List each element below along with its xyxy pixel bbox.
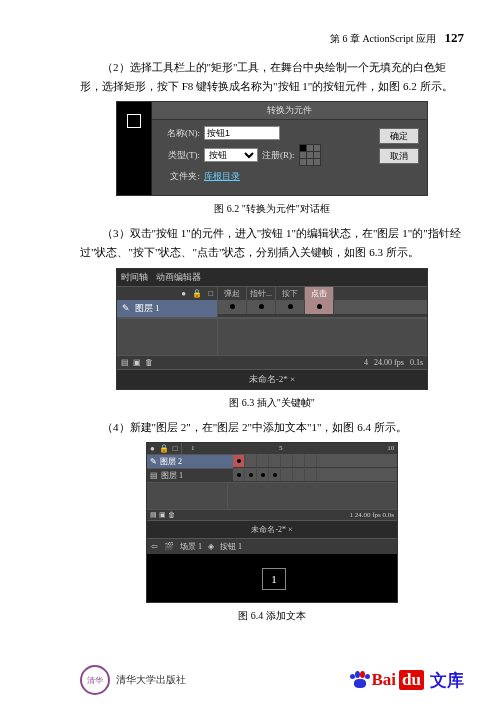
frame-num-5: 5 xyxy=(270,444,292,452)
layer-2-label: 图层 2 xyxy=(160,456,182,467)
crumb-scene[interactable]: 场景 1 xyxy=(180,541,202,552)
tab-timeline[interactable]: 时间轴 xyxy=(121,271,148,284)
page-footer: 清华 清华大学出版社 Baidu 文库 xyxy=(0,655,504,713)
text-object-1[interactable]: 1 xyxy=(262,568,286,590)
frame-num-10: 10 xyxy=(380,444,402,452)
document-tab[interactable]: 未命名-2* × xyxy=(251,525,292,534)
figure-6-4: ● 🔒 □ 1 5 10 ✎图层 2 xyxy=(80,442,464,603)
frame-indicator: 4 xyxy=(364,358,368,367)
folder-label: 文件夹: xyxy=(160,170,200,183)
outline-icon[interactable]: □ xyxy=(208,289,213,298)
figure-6-4-caption: 图 6.4 添加文本 xyxy=(80,609,464,623)
layer-1-label: 图层 1 xyxy=(161,470,183,481)
timeline-panel-64: ● 🔒 □ 1 5 10 ✎图层 2 xyxy=(147,443,397,520)
paragraph-4: （4）新建"图层 2"，在"图层 2"中添加文本"1"，如图 6.4 所示。 xyxy=(80,418,464,437)
layer-2-row[interactable]: ✎图层 2 xyxy=(147,455,397,469)
layer2-frame-1[interactable] xyxy=(233,455,245,467)
figure-6-3: 时间轴 动画编辑器 ● 🔒 □ ✎ 图层 1 xyxy=(80,268,464,390)
new-layer-icon[interactable]: ▤ xyxy=(150,511,157,519)
publisher-logo: 清华 清华大学出版社 xyxy=(80,665,186,695)
delete-layer-icon[interactable]: 🗑 xyxy=(145,358,153,367)
layer1-kf-3[interactable] xyxy=(257,469,269,481)
crumb-button[interactable]: 按钮 1 xyxy=(220,541,242,552)
pen-icon: ✎ xyxy=(150,457,157,466)
state-hit[interactable]: 点击 xyxy=(305,287,334,300)
keyframe-down[interactable] xyxy=(276,300,305,314)
layer1-kf-4[interactable] xyxy=(269,469,281,481)
stage-area[interactable]: 1 xyxy=(147,554,397,602)
outline-icon[interactable]: □ xyxy=(173,444,178,453)
paragraph-3: （3）双击"按钮 1"的元件，进入"按钮 1"的编辑状态，在"图层 1"的"指针… xyxy=(80,224,464,261)
time-indicator: 0.1s xyxy=(410,358,423,367)
state-down[interactable]: 按下 xyxy=(276,287,305,300)
baidu-wenku-logo: Baidu 文库 xyxy=(349,669,464,692)
name-input[interactable] xyxy=(204,126,280,140)
baidu-du: du xyxy=(399,670,424,690)
page-number: 127 xyxy=(445,30,465,45)
publisher-seal-icon: 清华 xyxy=(80,665,110,695)
time-indicator: 0.0s xyxy=(383,511,394,519)
baidu-wenku: 文库 xyxy=(430,669,464,692)
layer1-kf-2[interactable] xyxy=(245,469,257,481)
registration-label: 注册(R): xyxy=(262,149,295,162)
layer-1-row[interactable]: ✎ 图层 1 xyxy=(117,300,217,317)
baidu-bai: Bai xyxy=(372,670,397,690)
baidu-paw-icon xyxy=(349,671,369,689)
dialog-preview xyxy=(117,102,152,195)
figure-6-3-caption: 图 6.3 插入"关键帧" xyxy=(80,396,464,410)
type-label: 类型(T): xyxy=(160,149,200,162)
name-label: 名称(N): xyxy=(160,127,200,140)
paragraph-2: （2）选择工具栏上的"矩形"工具，在舞台中央绘制一个无填充的白色矩形，选择矩形，… xyxy=(80,58,464,95)
document-tab[interactable]: 未命名-2* × xyxy=(249,374,295,384)
registration-grid[interactable] xyxy=(299,144,321,166)
back-arrow-icon[interactable]: ⇦ xyxy=(151,542,158,551)
figure-6-2: 转换为元件 名称(N): 类型(T): 按钮 注册(R): xyxy=(80,101,464,196)
layer-icon: ▤ xyxy=(150,471,158,480)
keyframe-up[interactable] xyxy=(218,300,247,314)
cancel-button[interactable]: 取消 xyxy=(379,148,419,164)
chapter-label: 第 6 章 ActionScript 应用 xyxy=(330,33,436,44)
ok-button[interactable]: 确定 xyxy=(379,128,419,144)
symbol-icon: ◈ xyxy=(208,542,214,551)
keyframe-over[interactable] xyxy=(247,300,276,314)
layer-1-row[interactable]: ▤图层 1 xyxy=(147,469,397,483)
folder-link[interactable]: 库根目录 xyxy=(204,170,240,183)
lock-icon[interactable]: 🔒 xyxy=(192,289,202,298)
figure-6-2-caption: 图 6.2 "转换为元件"对话框 xyxy=(80,202,464,216)
publisher-name: 清华大学出版社 xyxy=(116,673,186,687)
delete-layer-icon[interactable]: 🗑 xyxy=(168,511,175,519)
type-select[interactable]: 按钮 xyxy=(204,148,258,162)
new-folder-icon[interactable]: ▣ xyxy=(133,358,141,367)
pen-icon: ✎ xyxy=(121,303,131,313)
layer1-kf-1[interactable] xyxy=(233,469,245,481)
dialog-title: 转换为元件 xyxy=(152,102,427,120)
tab-motion-editor[interactable]: 动画编辑器 xyxy=(156,271,201,284)
timeline-panel: 时间轴 动画编辑器 ● 🔒 □ ✎ 图层 1 xyxy=(116,268,428,390)
frame-num-1: 1 xyxy=(182,444,204,452)
state-up[interactable]: 弹起 xyxy=(218,287,247,300)
eye-icon[interactable]: ● xyxy=(181,289,186,298)
layer-1-label: 图层 1 xyxy=(135,302,160,315)
new-layer-icon[interactable]: ▤ xyxy=(121,358,129,367)
state-over[interactable]: 指针... xyxy=(247,287,276,300)
fps-indicator: 24.00 fps xyxy=(374,358,404,367)
new-folder-icon[interactable]: ▣ xyxy=(159,511,166,519)
lock-icon[interactable]: 🔒 xyxy=(159,444,169,453)
frame-indicator: 1 xyxy=(349,511,353,519)
keyframe-hit[interactable] xyxy=(305,300,334,314)
fps-indicator: 24.00 fps xyxy=(355,511,381,519)
rect-preview-icon xyxy=(127,114,141,128)
page-header: 第 6 章 ActionScript 应用 127 xyxy=(80,30,464,46)
eye-icon[interactable]: ● xyxy=(150,444,155,453)
convert-to-symbol-dialog: 转换为元件 名称(N): 类型(T): 按钮 注册(R): xyxy=(116,101,428,196)
scene-icon: 🎬 xyxy=(164,542,174,551)
